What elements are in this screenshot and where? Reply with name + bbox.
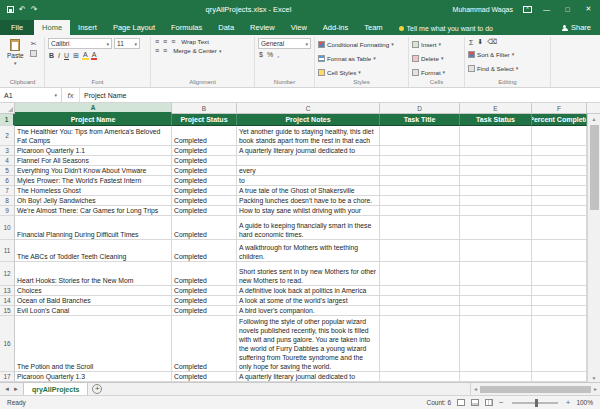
fill-color-button[interactable]: A (82, 51, 89, 60)
cell[interactable] (237, 156, 380, 166)
cell[interactable]: A walkthrough for Mothers with teething … (237, 240, 380, 262)
tab-add-ins[interactable]: Add-ins (315, 20, 356, 35)
cell[interactable] (380, 156, 460, 166)
cell[interactable] (380, 176, 460, 186)
close-button[interactable]: ✕ (579, 0, 598, 18)
row-header-5[interactable]: 5 (0, 166, 15, 176)
cell[interactable] (460, 216, 532, 240)
cell[interactable] (532, 216, 587, 240)
cell[interactable]: The ABCs of Toddler Teeth Cleaning (15, 240, 172, 262)
cell[interactable]: Yet another guide to staying healthy, th… (237, 126, 380, 146)
normal-view-icon[interactable] (457, 399, 465, 406)
align-right-icon[interactable]: ≡ (170, 38, 176, 45)
save-icon[interactable] (7, 6, 14, 13)
formula-input[interactable]: Project Name (80, 88, 600, 102)
insert-cells-button[interactable]: Insert ▾ (412, 38, 445, 50)
sort-filter-button[interactable]: Sort & Filter ▾ (468, 48, 518, 60)
outdent-icon[interactable]: ≡ (162, 47, 168, 54)
row-header-6[interactable]: 6 (0, 176, 15, 186)
cell[interactable] (460, 146, 532, 156)
scroll-down-icon[interactable]: ▼ (592, 373, 597, 382)
cell[interactable] (460, 240, 532, 262)
cell[interactable] (532, 126, 587, 146)
maximize-button[interactable]: □ (558, 0, 577, 18)
fx-icon[interactable]: fx (62, 88, 80, 102)
cell[interactable] (380, 126, 460, 146)
cell[interactable]: A true tale of the Ghost of Shakersville (237, 186, 380, 196)
user-name[interactable]: Muhammad Waqas (453, 6, 513, 13)
cell[interactable]: Project Notes (237, 114, 380, 126)
cell[interactable]: Evil Loon's Canal (15, 306, 172, 316)
font-name-select[interactable]: Calibri ▾ (48, 38, 112, 49)
cell[interactable]: Following the style of other popular wiz… (237, 316, 380, 372)
cell[interactable]: Completed (172, 262, 237, 286)
conditional-formatting-button[interactable]: Conditional Formatting ▾ (318, 38, 394, 50)
cell[interactable] (460, 306, 532, 316)
cell[interactable] (460, 262, 532, 286)
cell[interactable]: Percent Complete (532, 114, 587, 126)
tab-file[interactable]: File (0, 20, 34, 35)
page-break-view-icon[interactable] (485, 399, 493, 406)
vertical-scrollbar[interactable]: ▲ ▼ (587, 114, 600, 382)
underline-button[interactable]: U (63, 52, 70, 59)
cell[interactable]: A definitive look back at politics in Am… (237, 286, 380, 296)
clear-button[interactable]: ⌫ (486, 38, 498, 46)
cell[interactable]: A quarterly literary journal dedicated t… (237, 372, 380, 382)
tab-insert[interactable]: Insert (70, 20, 105, 35)
cell[interactable]: Packing lunches doesn't have to be a cho… (237, 196, 380, 206)
italic-button[interactable]: I (57, 52, 61, 59)
cell[interactable] (380, 296, 460, 306)
cell[interactable] (532, 156, 587, 166)
row-header-11[interactable]: 11 (0, 240, 15, 262)
scroll-right-icon[interactable]: ► (593, 386, 598, 392)
tab-view[interactable]: View (283, 20, 315, 35)
tab-review[interactable]: Review (242, 20, 283, 35)
cell[interactable]: Project Status (172, 114, 237, 126)
cut-icon[interactable]: ✂ (30, 40, 38, 48)
scroll-left-icon[interactable]: ◄ (473, 386, 478, 392)
cell[interactable]: A guide to keeping financially smart in … (237, 216, 380, 240)
cell[interactable]: Completed (172, 186, 237, 196)
cell[interactable]: Completed (172, 176, 237, 186)
cell[interactable] (532, 206, 587, 216)
cell[interactable]: A bird lover's companion. (237, 306, 380, 316)
cell[interactable]: The Healthier You: Tips from America's B… (15, 126, 172, 146)
cell[interactable] (532, 316, 587, 372)
name-box[interactable]: A1 ▾ (0, 88, 62, 102)
cell[interactable] (532, 146, 587, 156)
cell[interactable] (532, 196, 587, 206)
column-header-a[interactable]: A (15, 103, 172, 114)
copy-icon[interactable] (30, 50, 37, 57)
cell[interactable] (460, 372, 532, 382)
row-header-10[interactable]: 10 (0, 216, 15, 240)
cell[interactable]: Completed (172, 240, 237, 262)
cell[interactable] (532, 262, 587, 286)
cell[interactable] (380, 316, 460, 372)
cell[interactable] (532, 166, 587, 176)
format-cells-button[interactable]: Format ▾ (412, 66, 445, 78)
cell[interactable]: We're Almost There: Car Games for Long T… (15, 206, 172, 216)
column-header-e[interactable]: E (460, 103, 532, 114)
row-header-13[interactable]: 13 (0, 286, 15, 296)
sheet-tab-qryallprojects[interactable]: qryAllProjects (23, 383, 88, 395)
delete-cells-button[interactable]: Delete ▾ (412, 52, 445, 64)
zoom-out-button[interactable]: − (499, 399, 504, 407)
cell[interactable]: A short story about a college intern, li… (237, 176, 380, 186)
paste-button[interactable]: Paste ▾ (4, 38, 27, 67)
row-header-3[interactable]: 3 (0, 146, 15, 156)
cell[interactable]: Ocean of Bald Branches (15, 296, 172, 306)
share-button[interactable]: Share (553, 23, 600, 35)
cell[interactable]: Short stories sent in by new Mothers for… (237, 262, 380, 286)
sheet-nav-right-icon[interactable]: ► (13, 386, 19, 392)
row-header-17[interactable]: 17 (0, 372, 15, 382)
row-header-12[interactable]: 12 (0, 262, 15, 286)
cell[interactable]: Completed (172, 166, 237, 176)
cell[interactable] (380, 186, 460, 196)
cell[interactable]: Picaroon Quarterly 1.3 (15, 372, 172, 382)
cell[interactable]: Task Title (380, 114, 460, 126)
cell[interactable] (532, 372, 587, 382)
column-header-d[interactable]: D (380, 103, 460, 114)
cell[interactable]: Heart Hooks: Stories for the New Mom (15, 262, 172, 286)
format-as-table-button[interactable]: Format as Table ▾ (318, 52, 394, 64)
cell[interactable]: Myles Prower: The World's Fastest Intern (15, 176, 172, 186)
